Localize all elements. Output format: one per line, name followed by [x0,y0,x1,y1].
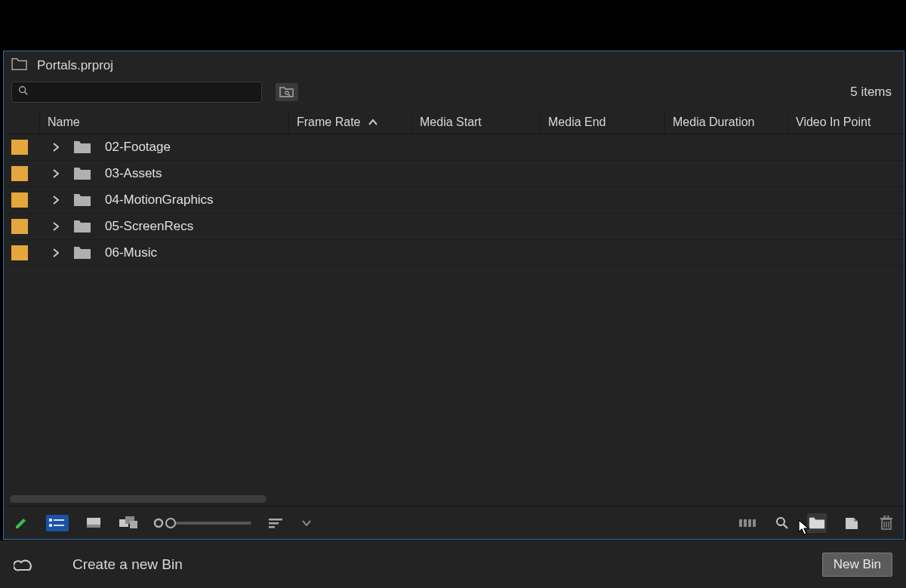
creative-cloud-icon [14,556,35,573]
svg-rect-15 [269,522,279,525]
disclosure-icon[interactable] [51,248,61,257]
list-view-button[interactable] [46,515,69,531]
automate-to-sequence-button[interactable] [738,513,757,533]
new-item-button[interactable] [842,513,861,533]
svg-rect-19 [748,519,751,527]
table-row[interactable]: 02-Footage [4,134,904,161]
folder-icon [73,246,91,260]
svg-rect-14 [269,519,282,521]
svg-rect-28 [884,516,889,518]
column-frame-rate-label: Frame Rate [297,115,360,129]
table-row[interactable]: 06-Music [4,240,904,266]
search-box[interactable] [11,82,262,103]
delete-button[interactable] [877,513,896,533]
project-folder-icon [11,57,28,74]
project-name: Portals.prproj [37,58,113,73]
write-mode-icon[interactable] [11,513,31,533]
sort-ascending-icon [368,119,378,126]
svg-line-3 [288,94,290,96]
disclosure-icon[interactable] [51,143,61,152]
horizontal-scrollbar[interactable] [10,495,267,503]
label-swatch[interactable] [11,245,28,260]
table-row[interactable]: 04-MotionGraphics [4,187,904,214]
column-name-label: Name [48,115,80,129]
column-video-in-point[interactable]: Video In Point [788,110,904,134]
project-panel: Portals.prproj 5 items Name Frame Rate M… [3,51,904,540]
label-swatch[interactable] [11,140,28,155]
sort-button[interactable] [267,513,286,533]
column-media-end-label: Media End [548,115,606,129]
svg-rect-5 [54,519,64,521]
tutorial-footer: Create a new Bin New Bin [0,540,906,588]
folder-icon [73,220,91,233]
column-name[interactable]: Name [40,110,289,134]
table-row[interactable]: 05-ScreenRecs [4,214,904,240]
folder-icon [73,193,91,207]
svg-point-21 [777,518,784,525]
svg-rect-16 [269,526,275,528]
zoom-knob[interactable] [165,518,176,528]
icon-view-button[interactable] [84,513,103,533]
find-in-bin-button[interactable] [276,83,298,101]
disclosure-icon[interactable] [51,195,61,205]
bin-name: 05-ScreenRecs [105,219,193,234]
svg-rect-9 [87,525,100,528]
label-swatch[interactable] [11,219,28,234]
svg-rect-4 [49,519,52,522]
svg-point-2 [285,91,288,94]
folder-icon [73,167,91,180]
column-media-start-label: Media Start [420,115,482,129]
svg-line-1 [25,92,28,95]
bin-name: 02-Footage [105,140,171,155]
new-bin-tooltip: New Bin [822,553,892,577]
panel-toolbar [4,506,904,539]
bin-name: 03-Assets [105,166,162,181]
new-bin-button[interactable] [807,513,827,533]
find-button[interactable] [772,513,792,533]
sort-menu-chevron-icon[interactable] [301,513,312,533]
svg-line-22 [784,525,787,528]
disclosure-icon[interactable] [51,222,61,231]
table-row[interactable]: 03-Assets [4,161,904,187]
search-row: 5 items [4,79,904,110]
column-media-start[interactable]: Media Start [412,110,541,134]
search-input[interactable] [33,86,255,98]
column-media-end[interactable]: Media End [541,110,665,134]
search-icon [18,85,29,99]
svg-rect-6 [49,524,52,527]
svg-rect-7 [54,525,64,526]
svg-rect-17 [739,519,742,527]
column-label[interactable] [4,110,40,134]
folder-icon [73,140,91,154]
column-video-in-point-label: Video In Point [796,115,871,129]
svg-rect-12 [130,521,137,528]
column-media-duration[interactable]: Media Duration [665,110,788,134]
bin-list: 02-Footage 03-Assets 04-MotionGraphics [4,134,904,506]
column-headers: Name Frame Rate Media Start Media End Me… [4,110,904,134]
bin-name: 06-Music [105,245,157,260]
svg-rect-20 [753,519,756,527]
svg-point-0 [20,87,26,93]
zoom-slider[interactable] [153,513,251,533]
svg-rect-18 [744,519,747,527]
svg-point-13 [155,519,162,527]
label-swatch[interactable] [11,166,28,181]
disclosure-icon[interactable] [51,169,61,178]
column-media-duration-label: Media Duration [673,115,755,129]
item-count: 5 items [850,85,892,100]
panel-header: Portals.prproj [4,51,904,79]
freeform-view-button[interactable] [119,513,138,533]
tutorial-tooltip-text: Create a new Bin [72,556,183,573]
label-swatch[interactable] [11,192,28,208]
bin-name: 04-MotionGraphics [105,192,214,208]
column-frame-rate[interactable]: Frame Rate [289,110,412,134]
